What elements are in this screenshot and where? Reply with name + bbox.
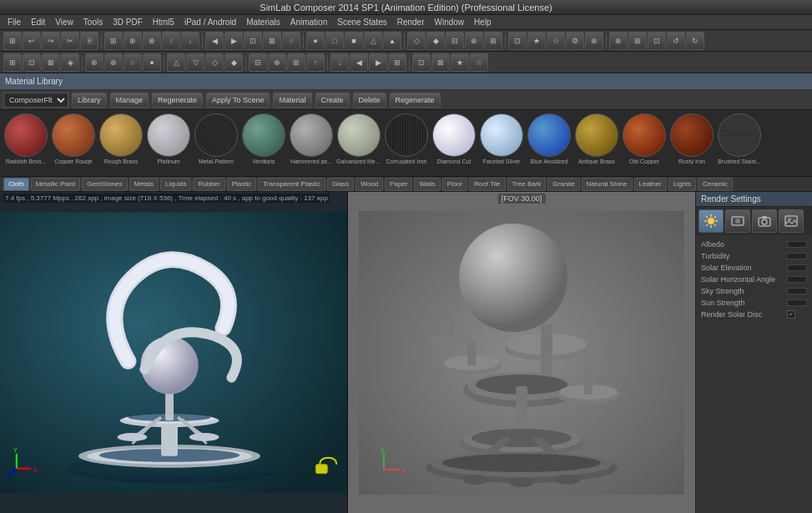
material-thumb-1[interactable]: Copper Rough (51, 113, 96, 164)
toolbar1-btn-5[interactable]: ⊞ (104, 32, 123, 50)
menu-item-tools[interactable]: Tools (79, 17, 107, 28)
category-paper[interactable]: Paper (385, 178, 412, 191)
menu-item-window[interactable]: Window (431, 17, 469, 28)
toolbar1-btn-6[interactable]: ⊕ (124, 32, 142, 50)
toolbar1-btn-3[interactable]: ✂ (61, 32, 79, 50)
material-thumb-3[interactable]: Platinum (146, 113, 191, 164)
material-thumb-7[interactable]: Galvanized Metal (336, 113, 381, 164)
category-glass[interactable]: Glass (327, 178, 354, 191)
toolbar2-btn-4[interactable]: ⊕ (85, 53, 103, 72)
toolbar1-btn-12[interactable]: ⊡ (244, 32, 262, 50)
category-cloth[interactable]: Cloth (3, 178, 29, 191)
menu-item-materials[interactable]: Materials (242, 17, 285, 28)
category-transparent-plastic[interactable]: Transparent Plastic (258, 178, 325, 191)
category-leather[interactable]: Leather (634, 178, 667, 191)
toolbar1-btn-8[interactable]: ↑ (162, 32, 180, 50)
toolbar2-btn-10[interactable]: ◇ (205, 53, 224, 72)
material-thumb-8[interactable]: Corrugated Iron (384, 113, 429, 164)
render-tab-camera[interactable] (752, 209, 777, 233)
category-tree-bark[interactable]: Tree Bark (507, 178, 547, 191)
material-thumb-4[interactable]: Metal-Pattern (194, 113, 239, 164)
toolbar1-btn-21[interactable]: ◆ (426, 32, 445, 50)
toolbar2-btn-17[interactable]: ◀ (350, 53, 368, 72)
toolbar2-btn-1[interactable]: ⊡ (23, 53, 41, 72)
lib-btn-regenerate[interactable]: Regenerate (152, 93, 203, 108)
lib-btn-manage[interactable]: Manage (110, 93, 149, 108)
category-walls[interactable]: Walls (414, 178, 440, 191)
toolbar2-btn-22[interactable]: ★ (451, 53, 469, 72)
category-gemstones[interactable]: GemStones (82, 178, 127, 191)
toolbar1-btn-7[interactable]: ⊗ (143, 32, 161, 50)
material-thumb-5[interactable]: Verdigris (241, 113, 286, 164)
lib-btn-library[interactable]: Library (72, 93, 107, 108)
category-natural-stone[interactable]: Natural Stone (582, 178, 633, 191)
menu-item-html5[interactable]: Html5 (149, 17, 179, 28)
material-thumb-13[interactable]: Old Copper (622, 113, 667, 164)
toolbar2-btn-9[interactable]: ▽ (186, 53, 204, 72)
lib-btn-apply-to-scene[interactable]: Apply To Scene (206, 93, 270, 108)
toolbar1-btn-18[interactable]: △ (364, 32, 382, 50)
category-floor[interactable]: Floor (442, 178, 467, 191)
toolbar1-btn-4[interactable]: ⎘ (80, 32, 98, 50)
category-liquids[interactable]: Liquids (160, 178, 191, 191)
toolbar1-btn-27[interactable]: ☆ (547, 32, 565, 50)
toolbar2-btn-2[interactable]: ⊠ (42, 53, 60, 72)
toolbar2-btn-5[interactable]: ⊗ (104, 53, 123, 72)
toolbar1-btn-0[interactable]: ⊞ (3, 32, 22, 50)
toolbar2-btn-0[interactable]: ⊞ (3, 53, 22, 72)
menu-item-ipad-/-android[interactable]: iPad / Android (180, 17, 240, 28)
material-thumb-2[interactable]: Rough Brass (98, 113, 144, 164)
category-lights[interactable]: Lights (668, 178, 696, 191)
menu-item-render[interactable]: Render (393, 17, 429, 28)
category-plastic[interactable]: Plastic (227, 178, 257, 191)
toolbar1-btn-30[interactable]: ⊗ (609, 32, 628, 50)
material-thumb-15[interactable]: Brushed Stainl... (717, 113, 762, 164)
menu-item-edit[interactable]: Edit (27, 17, 49, 28)
menu-item-file[interactable]: File (3, 17, 25, 28)
toolbar1-btn-33[interactable]: ↺ (667, 32, 685, 50)
render-checkbox-6[interactable]: ✓ (787, 310, 795, 319)
toolbar2-btn-16[interactable]: ↓ (330, 53, 349, 72)
toolbar1-btn-9[interactable]: ↓ (181, 32, 199, 50)
toolbar1-btn-19[interactable]: ▲ (383, 32, 401, 50)
category-ceramic[interactable]: Ceramic (698, 178, 733, 191)
render-prop-bar-4[interactable] (787, 288, 807, 294)
toolbar2-btn-8[interactable]: △ (167, 53, 185, 72)
menu-item-scene-states[interactable]: Scene States (333, 17, 391, 28)
toolbar2-btn-19[interactable]: ⊞ (388, 53, 406, 72)
render-prop-bar-1[interactable] (787, 253, 807, 259)
toolbar1-btn-17[interactable]: ■ (345, 32, 363, 50)
render-prop-bar-0[interactable] (787, 241, 807, 248)
lib-btn-delete[interactable]: Delete (353, 93, 386, 108)
toolbar1-btn-10[interactable]: ◀ (205, 32, 224, 50)
material-thumb-12[interactable]: Antique Brass (574, 113, 619, 164)
toolbar1-btn-20[interactable]: ◇ (407, 32, 426, 50)
toolbar2-btn-20[interactable]: ⊡ (412, 53, 431, 72)
toolbar1-btn-34[interactable]: ↻ (686, 32, 704, 50)
render-prop-bar-2[interactable] (787, 264, 807, 271)
render-tab-scene[interactable] (725, 209, 750, 233)
material-thumb-10[interactable]: Faceted Silver (479, 113, 524, 164)
toolbar1-btn-16[interactable]: □ (325, 32, 344, 50)
category-wood[interactable]: Wood (356, 178, 383, 191)
toolbar2-btn-11[interactable]: ◆ (224, 53, 243, 72)
toolbar2-btn-23[interactable]: ☆ (470, 53, 488, 72)
lib-btn-regenerate[interactable]: Regenerate (390, 93, 441, 108)
toolbar2-btn-12[interactable]: ⊟ (249, 53, 267, 72)
toolbar1-btn-32[interactable]: ⊡ (648, 32, 666, 50)
menu-item-3d-pdf[interactable]: 3D PDF (108, 17, 147, 28)
render-prop-bar-5[interactable] (787, 299, 807, 306)
toolbar2-btn-14[interactable]: ⊞ (287, 53, 305, 72)
toolbar1-btn-1[interactable]: ↩ (23, 32, 41, 50)
toolbar2-btn-13[interactable]: ⊕ (268, 53, 286, 72)
toolbar2-btn-15[interactable]: ↑ (306, 53, 325, 72)
toolbar2-btn-7[interactable]: ● (143, 53, 161, 72)
toolbar1-btn-15[interactable]: ● (306, 32, 325, 50)
category-roof-tile[interactable]: Roof Tile (469, 178, 506, 191)
render-tab-extra[interactable] (779, 209, 804, 233)
toolbar1-btn-28[interactable]: ⚙ (566, 32, 584, 50)
menu-item-animation[interactable]: Animation (286, 17, 331, 28)
toolbar2-btn-18[interactable]: ▶ (369, 53, 387, 72)
material-thumb-0[interactable]: Raddish Bron... (3, 113, 48, 164)
material-thumb-11[interactable]: Blue Anodized (527, 113, 572, 164)
